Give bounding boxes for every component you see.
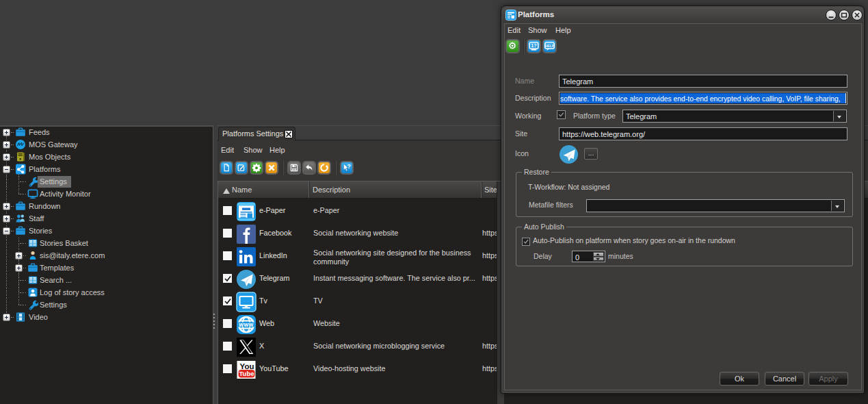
svg-text:Tube: Tube: [239, 370, 254, 377]
svg-text:HELP: HELP: [545, 45, 555, 48]
svg-text:www: www: [238, 321, 253, 328]
svg-text:1?: 1?: [531, 43, 536, 49]
svg-text:You: You: [240, 362, 254, 370]
svg-text:?: ?: [347, 163, 351, 170]
